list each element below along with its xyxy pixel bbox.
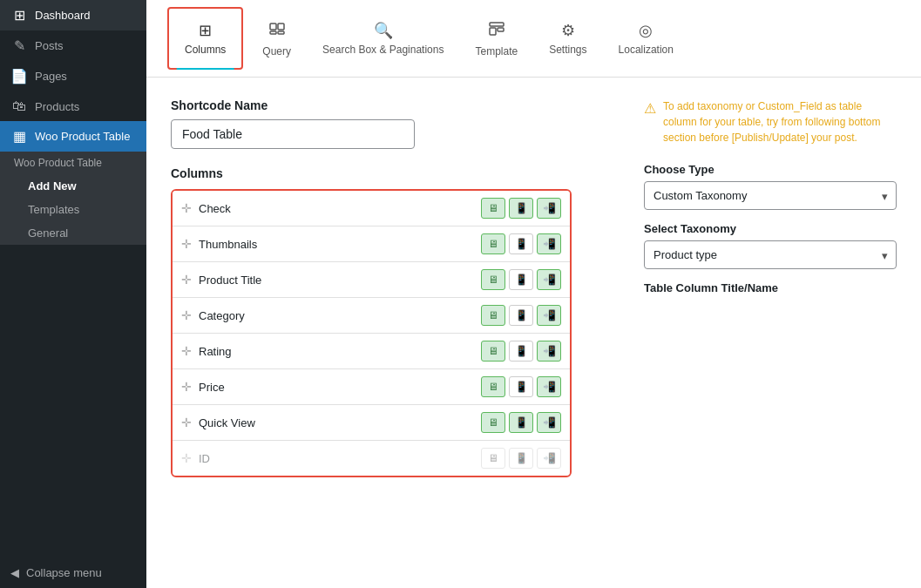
drag-handle[interactable]: ✛ [181, 380, 192, 394]
tablet-toggle[interactable]: 📱 [509, 233, 533, 254]
dashboard-icon: ⊞ [10, 7, 28, 24]
sidebar-item-dashboard[interactable]: ⊞ Dashboard [0, 0, 146, 30]
table-row: ✛ Quick View 🖥 📱 📲 [173, 405, 570, 441]
shortcode-name-input[interactable] [171, 119, 415, 149]
collapse-menu-button[interactable]: ◀ Collapse menu [0, 558, 146, 588]
svg-rect-0 [270, 24, 276, 30]
table-row: ✛ Thumbnails 🖥 📱 📲 [173, 226, 570, 262]
mobile-toggle[interactable]: 📲 [537, 269, 561, 290]
columns-section-label: Columns [171, 166, 618, 180]
choose-type-label: Choose Type [644, 163, 897, 176]
desktop-toggle[interactable]: 🖥 [481, 376, 505, 397]
table-row: ✛ ID 🖥 📱 📲 [173, 441, 570, 476]
svg-rect-6 [498, 28, 504, 31]
tab-localization[interactable]: ◎ Localization [603, 9, 689, 68]
collapse-icon: ◀ [10, 566, 19, 579]
device-icons: 🖥 📱 📲 [481, 448, 561, 469]
desktop-toggle[interactable]: 🖥 [481, 198, 505, 219]
tab-search-box[interactable]: 🔍 Search Box & Paginations [307, 9, 459, 68]
device-icons: 🖥 📱 📲 [481, 305, 561, 326]
right-panel: ⚠ To add taxonomy or Custom_Field as tab… [644, 98, 897, 477]
svg-rect-4 [490, 23, 504, 26]
tab-template[interactable]: Template [459, 8, 533, 70]
choose-type-wrapper: Custom Taxonomy Custom Field [644, 181, 897, 210]
search-tab-icon: 🔍 [374, 21, 393, 40]
info-box: ⚠ To add taxonomy or Custom_Field as tab… [644, 98, 897, 145]
column-name: Quick View [199, 416, 474, 429]
localization-tab-icon: ◎ [639, 21, 653, 40]
sidebar-item-pages[interactable]: 📄 Pages [0, 61, 146, 91]
submenu-general[interactable]: General [0, 221, 146, 245]
products-icon: 🛍 [10, 98, 28, 114]
drag-handle[interactable]: ✛ [181, 344, 192, 358]
tablet-toggle[interactable]: 📱 [509, 305, 533, 326]
table-column-title-label: Table Column Title/Name [644, 281, 897, 294]
drag-handle[interactable]: ✛ [181, 451, 192, 465]
sidebar-item-posts[interactable]: ✎ Posts [0, 30, 146, 61]
content-area: Shortcode Name Columns ✛ Check 🖥 📱 📲 ✛ [146, 78, 921, 498]
submenu-add-new[interactable]: Add New [0, 174, 146, 198]
svg-rect-2 [270, 31, 276, 34]
desktop-toggle[interactable]: 🖥 [481, 412, 505, 433]
settings-tab-icon: ⚙ [561, 21, 575, 40]
table-row: ✛ Check 🖥 📱 📲 [173, 191, 570, 226]
drag-handle[interactable]: ✛ [181, 416, 192, 429]
woo-table-icon: ▦ [10, 128, 28, 145]
query-tab-icon [268, 20, 286, 42]
desktop-toggle[interactable]: 🖥 [481, 233, 505, 254]
sidebar-item-products[interactable]: 🛍 Products [0, 91, 146, 121]
column-name: Price [199, 381, 474, 394]
tablet-toggle[interactable]: 📱 [509, 412, 533, 433]
column-name: Check [199, 202, 474, 215]
mobile-toggle[interactable]: 📲 [537, 305, 561, 326]
tab-query[interactable]: Query [247, 8, 307, 70]
mobile-toggle[interactable]: 📲 [537, 448, 561, 469]
desktop-toggle[interactable]: 🖥 [481, 269, 505, 290]
choose-type-select[interactable]: Custom Taxonomy Custom Field [644, 181, 897, 210]
desktop-toggle[interactable]: 🖥 [481, 341, 505, 362]
main-content: ⊞ Columns Query 🔍 Search Box & Paginatio… [146, 0, 921, 588]
tablet-toggle[interactable]: 📱 [509, 341, 533, 362]
tab-columns[interactable]: ⊞ Columns [167, 7, 243, 70]
column-name: Product Title [199, 274, 474, 287]
tablet-toggle[interactable]: 📱 [509, 448, 533, 469]
device-icons: 🖥 📱 📲 [481, 269, 561, 290]
sidebar-item-woo-product-table[interactable]: ▦ Woo Product Table [0, 121, 146, 152]
sidebar-submenu: Woo Product Table Add New Templates Gene… [0, 152, 146, 245]
info-message: To add taxonomy or Custom_Field as table… [663, 98, 897, 145]
mobile-toggle[interactable]: 📲 [537, 412, 561, 433]
column-name: ID [199, 452, 474, 465]
desktop-toggle[interactable]: 🖥 [481, 448, 505, 469]
device-icons: 🖥 📱 📲 [481, 198, 561, 219]
columns-tab-icon: ⊞ [199, 21, 212, 40]
device-icons: 🖥 📱 📲 [481, 412, 561, 433]
svg-rect-1 [278, 24, 284, 30]
device-icons: 🖥 📱 📲 [481, 233, 561, 254]
table-row: ✛ Product Title 🖥 📱 📲 [173, 262, 570, 298]
tabs-bar: ⊞ Columns Query 🔍 Search Box & Paginatio… [146, 0, 921, 78]
drag-handle[interactable]: ✛ [181, 201, 192, 215]
drag-handle[interactable]: ✛ [181, 237, 192, 251]
desktop-toggle[interactable]: 🖥 [481, 305, 505, 326]
drag-handle[interactable]: ✛ [181, 308, 192, 322]
tablet-toggle[interactable]: 📱 [509, 198, 533, 219]
mobile-toggle[interactable]: 📲 [537, 376, 561, 397]
left-panel: Shortcode Name Columns ✛ Check 🖥 📱 📲 ✛ [171, 98, 618, 477]
mobile-toggle[interactable]: 📲 [537, 198, 561, 219]
submenu-templates[interactable]: Templates [0, 198, 146, 221]
select-taxonomy-select[interactable]: Product type Category Tag [644, 240, 897, 269]
svg-rect-5 [490, 28, 496, 35]
drag-handle[interactable]: ✛ [181, 273, 192, 287]
shortcode-label: Shortcode Name [171, 98, 618, 112]
sidebar: ⊞ Dashboard ✎ Posts 📄 Pages 🛍 Products ▦… [0, 0, 146, 588]
posts-icon: ✎ [10, 37, 28, 54]
submenu-header: Woo Product Table [0, 152, 146, 174]
mobile-toggle[interactable]: 📲 [537, 341, 561, 362]
pages-icon: 📄 [10, 68, 28, 84]
tab-settings[interactable]: ⚙ Settings [533, 9, 602, 68]
tablet-toggle[interactable]: 📱 [509, 376, 533, 397]
column-name: Thumbnails [199, 238, 474, 251]
select-taxonomy-wrapper: Product type Category Tag [644, 240, 897, 269]
mobile-toggle[interactable]: 📲 [537, 233, 561, 254]
tablet-toggle[interactable]: 📱 [509, 269, 533, 290]
